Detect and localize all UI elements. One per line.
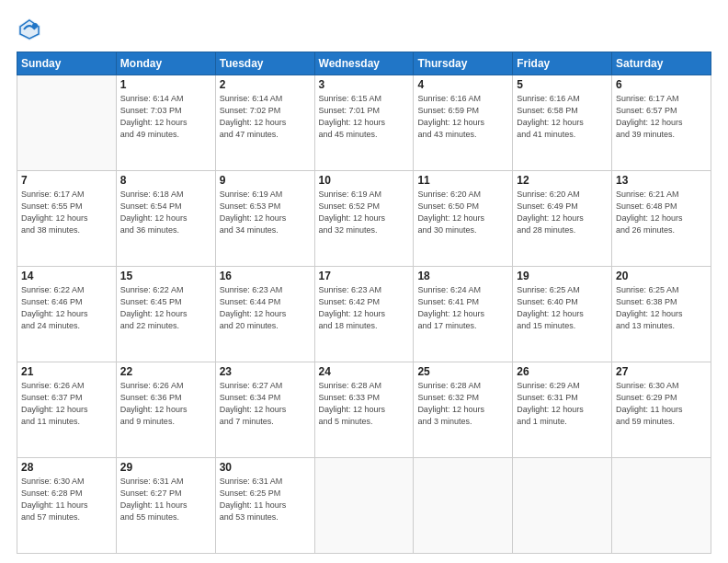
- day-number: 1: [120, 78, 211, 91]
- calendar-cell: 21Sunrise: 6:26 AM Sunset: 6:37 PM Dayli…: [17, 362, 117, 458]
- day-info: Sunrise: 6:17 AM Sunset: 6:57 PM Dayligh…: [616, 93, 707, 141]
- calendar-cell: [513, 458, 612, 554]
- weekday-header-monday: Monday: [116, 52, 215, 75]
- day-number: 17: [319, 270, 410, 282]
- calendar-cell: 9Sunrise: 6:19 AM Sunset: 6:53 PM Daylig…: [215, 171, 314, 267]
- day-info: Sunrise: 6:20 AM Sunset: 6:49 PM Dayligh…: [517, 189, 608, 236]
- day-number: 29: [120, 461, 211, 474]
- weekday-header-sunday: Sunday: [17, 52, 117, 75]
- day-number: 9: [220, 174, 311, 187]
- page: SundayMondayTuesdayWednesdayThursdayFrid…: [0, 0, 728, 563]
- day-number: 2: [220, 78, 311, 91]
- calendar-cell: 10Sunrise: 6:19 AM Sunset: 6:52 PM Dayli…: [314, 171, 414, 267]
- calendar-cell: 17Sunrise: 6:23 AM Sunset: 6:42 PM Dayli…: [314, 267, 414, 362]
- weekday-header-wednesday: Wednesday: [314, 52, 414, 75]
- weekday-header-row: SundayMondayTuesdayWednesdayThursdayFrid…: [17, 52, 711, 75]
- day-number: 4: [417, 78, 508, 91]
- day-number: 27: [616, 365, 707, 378]
- day-number: 13: [616, 174, 707, 187]
- day-number: 23: [220, 365, 311, 378]
- calendar-cell: [314, 458, 414, 554]
- weekday-header-saturday: Saturday: [612, 52, 711, 75]
- day-info: Sunrise: 6:21 AM Sunset: 6:48 PM Dayligh…: [616, 189, 707, 236]
- day-info: Sunrise: 6:18 AM Sunset: 6:54 PM Dayligh…: [120, 189, 211, 236]
- day-info: Sunrise: 6:14 AM Sunset: 7:02 PM Dayligh…: [220, 93, 311, 141]
- day-number: 28: [21, 461, 112, 474]
- day-info: Sunrise: 6:26 AM Sunset: 6:37 PM Dayligh…: [21, 380, 112, 428]
- calendar-week-4: 21Sunrise: 6:26 AM Sunset: 6:37 PM Dayli…: [17, 362, 711, 458]
- calendar-cell: 29Sunrise: 6:31 AM Sunset: 6:27 PM Dayli…: [116, 458, 215, 554]
- day-number: 12: [517, 174, 608, 187]
- day-info: Sunrise: 6:30 AM Sunset: 6:28 PM Dayligh…: [21, 476, 112, 523]
- calendar-cell: 16Sunrise: 6:23 AM Sunset: 6:44 PM Dayli…: [215, 267, 314, 362]
- calendar-table: SundayMondayTuesdayWednesdayThursdayFrid…: [17, 52, 711, 554]
- day-info: Sunrise: 6:28 AM Sunset: 6:33 PM Dayligh…: [319, 380, 410, 428]
- calendar-cell: 27Sunrise: 6:30 AM Sunset: 6:29 PM Dayli…: [612, 362, 711, 458]
- day-number: 30: [220, 461, 311, 474]
- day-info: Sunrise: 6:28 AM Sunset: 6:32 PM Dayligh…: [417, 380, 508, 428]
- day-number: 5: [517, 78, 608, 91]
- calendar-cell: 15Sunrise: 6:22 AM Sunset: 6:45 PM Dayli…: [116, 267, 215, 362]
- day-info: Sunrise: 6:24 AM Sunset: 6:41 PM Dayligh…: [417, 284, 508, 332]
- day-info: Sunrise: 6:15 AM Sunset: 7:01 PM Dayligh…: [319, 93, 410, 141]
- day-info: Sunrise: 6:29 AM Sunset: 6:31 PM Dayligh…: [517, 380, 608, 428]
- day-info: Sunrise: 6:27 AM Sunset: 6:34 PM Dayligh…: [220, 380, 311, 428]
- day-number: 20: [616, 270, 707, 282]
- calendar-cell: 13Sunrise: 6:21 AM Sunset: 6:48 PM Dayli…: [612, 171, 711, 267]
- day-info: Sunrise: 6:17 AM Sunset: 6:55 PM Dayligh…: [21, 189, 112, 236]
- day-number: 25: [417, 365, 508, 378]
- day-info: Sunrise: 6:22 AM Sunset: 6:45 PM Dayligh…: [120, 284, 211, 332]
- day-info: Sunrise: 6:20 AM Sunset: 6:50 PM Dayligh…: [417, 189, 508, 236]
- day-info: Sunrise: 6:25 AM Sunset: 6:40 PM Dayligh…: [517, 284, 608, 332]
- calendar-cell: 11Sunrise: 6:20 AM Sunset: 6:50 PM Dayli…: [414, 171, 513, 267]
- day-number: 14: [21, 270, 112, 282]
- calendar-cell: 12Sunrise: 6:20 AM Sunset: 6:49 PM Dayli…: [513, 171, 612, 267]
- day-number: 10: [319, 174, 410, 187]
- day-info: Sunrise: 6:23 AM Sunset: 6:44 PM Dayligh…: [220, 284, 311, 332]
- calendar-week-1: 1Sunrise: 6:14 AM Sunset: 7:03 PM Daylig…: [17, 75, 711, 171]
- day-number: 16: [220, 270, 311, 282]
- calendar-cell: [612, 458, 711, 554]
- day-info: Sunrise: 6:23 AM Sunset: 6:42 PM Dayligh…: [319, 284, 410, 332]
- day-number: 11: [417, 174, 508, 187]
- calendar-cell: 4Sunrise: 6:16 AM Sunset: 6:59 PM Daylig…: [414, 75, 513, 171]
- day-number: 7: [21, 174, 112, 187]
- day-number: 26: [517, 365, 608, 378]
- calendar-cell: 23Sunrise: 6:27 AM Sunset: 6:34 PM Dayli…: [215, 362, 314, 458]
- day-info: Sunrise: 6:19 AM Sunset: 6:53 PM Dayligh…: [220, 189, 311, 236]
- calendar-cell: 19Sunrise: 6:25 AM Sunset: 6:40 PM Dayli…: [513, 267, 612, 362]
- calendar-cell: 24Sunrise: 6:28 AM Sunset: 6:33 PM Dayli…: [314, 362, 414, 458]
- calendar-cell: 30Sunrise: 6:31 AM Sunset: 6:25 PM Dayli…: [215, 458, 314, 554]
- day-info: Sunrise: 6:31 AM Sunset: 6:25 PM Dayligh…: [220, 476, 311, 523]
- calendar-cell: 28Sunrise: 6:30 AM Sunset: 6:28 PM Dayli…: [17, 458, 117, 554]
- day-number: 21: [21, 365, 112, 378]
- calendar-cell: [17, 75, 117, 171]
- calendar-cell: 25Sunrise: 6:28 AM Sunset: 6:32 PM Dayli…: [414, 362, 513, 458]
- header: [17, 17, 711, 42]
- calendar-cell: [414, 458, 513, 554]
- calendar-cell: 22Sunrise: 6:26 AM Sunset: 6:36 PM Dayli…: [116, 362, 215, 458]
- day-info: Sunrise: 6:26 AM Sunset: 6:36 PM Dayligh…: [120, 380, 211, 428]
- weekday-header-tuesday: Tuesday: [215, 52, 314, 75]
- calendar-cell: 8Sunrise: 6:18 AM Sunset: 6:54 PM Daylig…: [116, 171, 215, 267]
- day-number: 6: [616, 78, 707, 91]
- calendar-cell: 3Sunrise: 6:15 AM Sunset: 7:01 PM Daylig…: [314, 75, 414, 171]
- day-info: Sunrise: 6:31 AM Sunset: 6:27 PM Dayligh…: [120, 476, 211, 523]
- day-info: Sunrise: 6:22 AM Sunset: 6:46 PM Dayligh…: [21, 284, 112, 332]
- calendar-week-2: 7Sunrise: 6:17 AM Sunset: 6:55 PM Daylig…: [17, 171, 711, 267]
- calendar-cell: 1Sunrise: 6:14 AM Sunset: 7:03 PM Daylig…: [116, 75, 215, 171]
- day-info: Sunrise: 6:14 AM Sunset: 7:03 PM Dayligh…: [120, 93, 211, 141]
- calendar-cell: 2Sunrise: 6:14 AM Sunset: 7:02 PM Daylig…: [215, 75, 314, 171]
- day-info: Sunrise: 6:19 AM Sunset: 6:52 PM Dayligh…: [319, 189, 410, 236]
- logo-icon: [17, 17, 42, 42]
- day-number: 18: [417, 270, 508, 282]
- day-info: Sunrise: 6:25 AM Sunset: 6:38 PM Dayligh…: [616, 284, 707, 332]
- day-number: 24: [319, 365, 410, 378]
- calendar-cell: 6Sunrise: 6:17 AM Sunset: 6:57 PM Daylig…: [612, 75, 711, 171]
- logo: [17, 17, 46, 42]
- calendar-cell: 7Sunrise: 6:17 AM Sunset: 6:55 PM Daylig…: [17, 171, 117, 267]
- day-number: 15: [120, 270, 211, 282]
- weekday-header-friday: Friday: [513, 52, 612, 75]
- calendar-cell: 14Sunrise: 6:22 AM Sunset: 6:46 PM Dayli…: [17, 267, 117, 362]
- calendar-week-5: 28Sunrise: 6:30 AM Sunset: 6:28 PM Dayli…: [17, 458, 711, 554]
